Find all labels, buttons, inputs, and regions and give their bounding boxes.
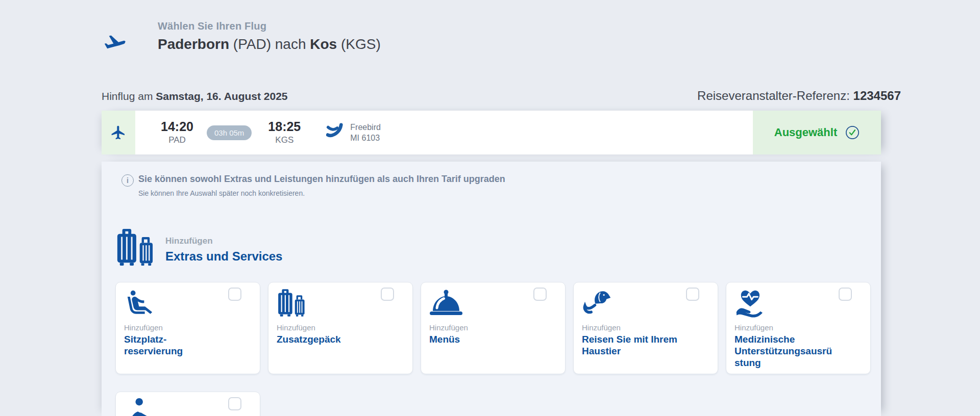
freebird-bird-icon: [326, 122, 344, 143]
page-subtitle: Wählen Sie Ihren Flug: [158, 20, 381, 32]
card-title: Menüs: [429, 333, 557, 345]
checkbox[interactable]: [228, 288, 241, 301]
checkbox[interactable]: [533, 288, 547, 301]
origin-code: (PAD) nach: [229, 36, 310, 52]
flight-info: 14:20 PAD 03h 05m 18:25 KGS Freebird MI …: [135, 111, 753, 154]
destination-code: (KGS): [337, 36, 381, 52]
outbound-date-label: Hinflug am Samstag, 16. August 2025: [102, 90, 288, 102]
card-title: Sitzplatz- reservierung: [124, 333, 252, 357]
airline-name: Freebird: [350, 122, 381, 133]
extra-card-seat-reservation[interactable]: Hinzufügen Sitzplatz- reservierung: [115, 282, 260, 374]
arrival-time: 18:25: [268, 120, 301, 134]
flight-type-strip: [102, 111, 135, 154]
info-message: i Sie können sowohl Extras und Leistunge…: [121, 174, 505, 197]
info-subtitle: Sie können Ihre Auswahl später noch konk…: [138, 189, 505, 197]
page-title: Paderborn (PAD) nach Kos (KGS): [158, 36, 381, 53]
checkbox[interactable]: [839, 288, 852, 301]
dog-icon: [582, 288, 612, 318]
card-label: Hinzufügen: [277, 323, 404, 332]
airline-text: Freebird MI 6103: [350, 122, 381, 143]
airline-block: Freebird MI 6103: [326, 122, 381, 143]
plane-icon: [100, 32, 131, 57]
card-label: Hinzufügen: [582, 323, 709, 332]
selected-label: Ausgewählt: [774, 126, 837, 139]
departure-time: 14:20: [161, 120, 193, 134]
extra-card-special-assistance[interactable]: [115, 392, 260, 416]
destination-city: Kos: [310, 36, 337, 52]
plane-up-icon: [110, 124, 127, 141]
extra-card-medical-support[interactable]: Hinzufügen Medizinische Unterstützungsau…: [726, 282, 871, 374]
assistance-person-icon: [124, 398, 152, 416]
arrival-airport-code: KGS: [268, 136, 301, 145]
checkbox[interactable]: [686, 288, 699, 301]
extras-section: i Sie können sowohl Extras und Leistunge…: [102, 162, 881, 416]
medical-heart-icon: [734, 288, 765, 318]
card-label: Hinzufügen: [429, 323, 557, 332]
card-label: Hinzufügen: [124, 323, 252, 332]
flight-number: MI 6103: [350, 133, 381, 143]
cloche-icon: [429, 288, 463, 318]
checkbox[interactable]: [228, 397, 241, 410]
check-circle-icon: [845, 125, 860, 140]
selected-flight-indicator[interactable]: Ausgewählt: [753, 111, 881, 154]
extras-header: Hinzufügen Extras und Services: [115, 227, 282, 268]
extras-title: Extras und Services: [165, 249, 282, 264]
flight-card[interactable]: 14:20 PAD 03h 05m 18:25 KGS Freebird MI …: [102, 111, 881, 154]
card-label: Hinzufügen: [734, 323, 862, 332]
extras-eyebrow: Hinzufügen: [165, 236, 282, 246]
seat-icon: [124, 288, 156, 318]
info-title: Sie können sowohl Extras und Leistungen …: [138, 174, 505, 185]
tour-operator-reference: Reiseveranstalter-Referenz: 1234567: [697, 89, 901, 103]
extra-card-pet-travel[interactable]: Hinzufügen Reisen Sie mit Ihrem Haustier: [573, 282, 718, 374]
outbound-date: Samstag, 16. August 2025: [156, 90, 287, 102]
checkbox[interactable]: [381, 288, 394, 301]
luggage-icon: [115, 227, 154, 268]
card-title: Zusatzgepäck: [277, 333, 404, 345]
origin-city: Paderborn: [158, 36, 229, 52]
luggage-icon: [277, 288, 306, 318]
meta-row: Hinflug am Samstag, 16. August 2025 Reis…: [102, 89, 901, 103]
card-title: Medizinische Unterstützungsausrü stung: [734, 333, 862, 369]
arrival-block: 18:25 KGS: [268, 120, 301, 145]
departure-airport-code: PAD: [161, 136, 193, 145]
card-title: Reisen Sie mit Ihrem Haustier: [582, 333, 709, 357]
extra-card-menus[interactable]: Hinzufügen Menüs: [421, 282, 566, 374]
departure-block: 14:20 PAD: [161, 120, 193, 145]
reference-number: 1234567: [853, 89, 901, 102]
extras-cards-row-2: [115, 392, 260, 416]
extra-card-extra-baggage[interactable]: Hinzufügen Zusatzgepäck: [268, 282, 413, 374]
extras-cards-row: Hinzufügen Sitzplatz- reservierung Hinzu…: [115, 282, 871, 374]
page-header: Wählen Sie Ihren Flug Paderborn (PAD) na…: [100, 20, 381, 57]
duration-badge: 03h 05m: [207, 125, 252, 140]
info-icon: i: [121, 174, 134, 187]
